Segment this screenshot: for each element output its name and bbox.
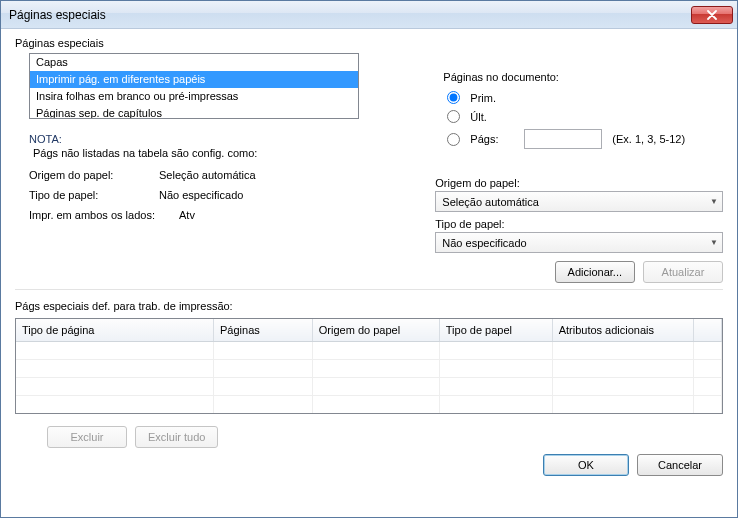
note-value: Não especificado (159, 189, 243, 201)
table-row[interactable] (16, 395, 722, 413)
pages-in-document-label: Páginas no documento: (443, 71, 723, 83)
ok-button[interactable]: OK (543, 454, 629, 476)
column-header[interactable]: Páginas (214, 319, 313, 341)
radio-prim[interactable] (447, 91, 460, 104)
note-key: Impr. em ambos os lados: (29, 209, 179, 221)
pages-input[interactable] (524, 129, 602, 149)
column-header[interactable]: Origem do papel (312, 319, 439, 341)
note-key: Tipo de papel: (29, 189, 159, 201)
note-title: NOTA: (29, 133, 397, 145)
table-label: Págs especiais def. para trab. de impres… (15, 300, 723, 312)
note-row: Impr. em ambos os lados:Atv (29, 209, 397, 221)
note-row: Tipo de papel:Não especificado (29, 189, 397, 201)
radio-pags-label: Págs: (470, 133, 506, 145)
table-row[interactable] (16, 359, 722, 377)
pages-in-document-group: Páginas no documento: Prim. Últ. Págs: (… (443, 71, 723, 149)
paper-type-value: Não especificado (442, 237, 526, 249)
paper-type-label: Tipo de papel: (435, 218, 723, 230)
group-label: Páginas especiais (15, 37, 723, 49)
column-header[interactable]: Atributos adicionais (552, 319, 693, 341)
radio-prim-label: Prim. (470, 92, 506, 104)
titlebar: Páginas especiais (1, 1, 737, 29)
column-header[interactable]: Tipo de página (16, 319, 214, 341)
note-key: Origem do papel: (29, 169, 159, 181)
list-item[interactable]: Páginas sep. de capítulos (30, 105, 358, 119)
paper-source-label: Origem do papel: (435, 177, 723, 189)
radio-ult-label: Últ. (470, 111, 506, 123)
add-button[interactable]: Adicionar... (555, 261, 635, 283)
separator (15, 289, 723, 290)
paper-source-value: Seleção automática (442, 196, 539, 208)
dialog-content: Páginas especiais CapasImprimir pág. em … (1, 29, 737, 517)
chevron-down-icon: ▼ (710, 238, 718, 247)
special-pages-table[interactable]: Tipo de páginaPáginasOrigem do papelTipo… (15, 318, 723, 414)
pages-hint: (Ex. 1, 3, 5-12) (612, 133, 685, 145)
note-value: Atv (179, 209, 195, 221)
delete-button: Excluir (47, 426, 127, 448)
special-pages-list[interactable]: CapasImprimir pág. em diferentes papéisI… (29, 53, 359, 119)
cancel-button[interactable]: Cancelar (637, 454, 723, 476)
note-subtitle: Págs não listadas na tabela são config. … (33, 147, 397, 159)
window-title: Páginas especiais (9, 8, 691, 22)
column-header-spacer (693, 319, 721, 341)
note-block: NOTA: Págs não listadas na tabela são co… (29, 133, 397, 221)
note-row: Origem do papel:Seleção automática (29, 169, 397, 181)
paper-source-combo[interactable]: Seleção automática ▼ (435, 191, 723, 212)
close-button[interactable] (691, 6, 733, 24)
column-header[interactable]: Tipo de papel (439, 319, 552, 341)
delete-all-button: Excluir tudo (135, 426, 218, 448)
dialog-window: Páginas especiais Páginas especiais Capa… (0, 0, 738, 518)
paper-type-combo[interactable]: Não especificado ▼ (435, 232, 723, 253)
table-row[interactable] (16, 377, 722, 395)
list-item[interactable]: Imprimir pág. em diferentes papéis (30, 71, 358, 88)
radio-pags[interactable] (447, 133, 460, 146)
close-icon (706, 10, 718, 20)
table-row[interactable] (16, 341, 722, 359)
radio-ult[interactable] (447, 110, 460, 123)
chevron-down-icon: ▼ (710, 197, 718, 206)
list-item[interactable]: Capas (30, 54, 358, 71)
list-item[interactable]: Insira folhas em branco ou pré-impressas (30, 88, 358, 105)
note-value: Seleção automática (159, 169, 256, 181)
update-button: Atualizar (643, 261, 723, 283)
